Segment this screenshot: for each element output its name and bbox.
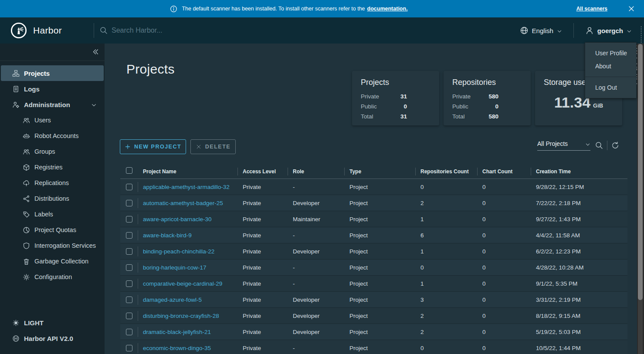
row-checkbox[interactable] bbox=[126, 297, 132, 303]
column-header[interactable]: Type bbox=[344, 167, 415, 176]
user-menu-trigger[interactable]: goergch bbox=[585, 26, 632, 35]
new-project-button[interactable]: NEW PROJECT bbox=[120, 139, 186, 154]
toolbar-divider bbox=[607, 141, 607, 150]
table-search-icon[interactable] bbox=[595, 141, 603, 150]
column-header[interactable]: Access Level bbox=[237, 167, 288, 176]
language-label: English bbox=[532, 27, 553, 34]
row-checkbox[interactable] bbox=[126, 329, 132, 335]
row-checkbox[interactable] bbox=[126, 232, 132, 239]
search-input[interactable] bbox=[112, 27, 338, 34]
sidebar-item-garbage-collection[interactable]: Garbage Collection bbox=[1, 253, 104, 269]
table-row: economic-brown-dingo-35 Private - Projec… bbox=[120, 340, 627, 354]
sidebar-collapse-icon[interactable] bbox=[92, 48, 99, 56]
project-name-link[interactable]: aware-apricot-barnacle-30 bbox=[143, 216, 212, 223]
sidebar-item-users[interactable]: Users bbox=[1, 112, 104, 128]
repositories-count-cell: 6 bbox=[415, 232, 477, 239]
scrollbar-thumb[interactable] bbox=[638, 44, 643, 300]
sidebar-item-light[interactable]: LIGHT bbox=[1, 315, 104, 330]
all-scanners-link[interactable]: All scanners bbox=[576, 6, 607, 12]
access-level-cell: Private bbox=[237, 280, 288, 287]
sidebar-item-replications[interactable]: Replications bbox=[1, 175, 104, 191]
sidebar-item-project-quotas[interactable]: Project Quotas bbox=[1, 222, 104, 238]
chevron-down-icon bbox=[557, 28, 562, 33]
row-checkbox[interactable] bbox=[126, 345, 132, 351]
scrollbar-track[interactable] bbox=[638, 44, 643, 354]
select-all-checkbox[interactable] bbox=[126, 167, 132, 174]
project-name-link[interactable]: damaged-azure-fowl-5 bbox=[143, 297, 202, 303]
access-level-cell: Private bbox=[237, 200, 288, 206]
column-header[interactable]: Repositories Count bbox=[415, 167, 477, 176]
sidebar-item-label: Labels bbox=[34, 211, 53, 218]
language-selector[interactable]: English bbox=[520, 26, 562, 35]
row-checkbox[interactable] bbox=[126, 200, 132, 206]
row-checkbox[interactable] bbox=[126, 264, 132, 271]
projects-summary-card: Projects Private31 Public0 Total31 bbox=[352, 71, 439, 125]
card-title: Projects bbox=[361, 78, 430, 87]
column-header[interactable]: Creation Time bbox=[531, 167, 627, 176]
close-icon[interactable] bbox=[627, 5, 635, 13]
row-checkbox[interactable] bbox=[126, 184, 132, 190]
scrollbar bbox=[637, 44, 644, 354]
chart-count-cell: 0 bbox=[477, 329, 531, 335]
sidebar-item-distributions[interactable]: Distributions bbox=[1, 191, 104, 206]
sidebar-item-label: Users bbox=[34, 117, 51, 124]
chart-count-cell: 0 bbox=[477, 345, 531, 351]
users-icon bbox=[23, 117, 30, 124]
logs-icon bbox=[12, 85, 20, 93]
repositories-count-cell: 2 bbox=[415, 313, 477, 319]
delete-button[interactable]: DELETE bbox=[190, 139, 236, 154]
table-row: binding-peach-chinchilla-22 Private Deve… bbox=[120, 243, 627, 260]
column-header[interactable]: Project Name bbox=[138, 167, 237, 176]
sidebar-item-interrogation-services[interactable]: Interrogation Services bbox=[1, 238, 104, 253]
user-dropdown-menu: User Profile About Log Out bbox=[585, 42, 637, 98]
quota-icon bbox=[23, 226, 30, 234]
stat-value: 580 bbox=[488, 91, 498, 101]
sidebar-item-registries[interactable]: Registries bbox=[1, 159, 104, 175]
project-name-link[interactable]: binding-peach-chinchilla-22 bbox=[143, 248, 214, 255]
menu-item-user-profile[interactable]: User Profile bbox=[585, 47, 636, 60]
project-name-link[interactable]: dramatic-black-jellyfish-21 bbox=[143, 329, 211, 335]
refresh-icon[interactable] bbox=[611, 141, 620, 150]
sidebar-item-groups[interactable]: Groups bbox=[1, 144, 104, 159]
column-header[interactable]: Role bbox=[288, 167, 344, 176]
sidebar-item-projects[interactable]: Projects bbox=[1, 65, 104, 81]
row-checkbox[interactable] bbox=[126, 280, 132, 287]
sidebar-item-labels[interactable]: Labels bbox=[1, 206, 104, 222]
documentation-link[interactable]: documentation. bbox=[367, 6, 408, 12]
project-name-link[interactable]: disturbing-bronze-crayfish-28 bbox=[143, 313, 219, 319]
chart-count-cell: 0 bbox=[477, 248, 531, 255]
project-filter-select[interactable]: All Projects bbox=[537, 140, 590, 151]
search-icon bbox=[99, 26, 108, 35]
chevron-down-icon bbox=[627, 28, 632, 33]
project-name-link[interactable]: comparative-beige-cardinal-29 bbox=[143, 280, 222, 287]
table-header-row: Project Name Access Level Role Type Repo… bbox=[120, 164, 627, 179]
groups-icon bbox=[23, 148, 30, 155]
column-header[interactable]: Chart Count bbox=[477, 167, 531, 176]
sidebar-item-harbor-api-v2.0[interactable]: Harbor API V2.0 bbox=[1, 330, 104, 346]
sidebar-item-configuration[interactable]: Configuration bbox=[1, 269, 104, 285]
harbor-logo bbox=[10, 22, 27, 39]
row-checkbox[interactable] bbox=[126, 313, 132, 319]
project-name-link[interactable]: aware-black-bird-9 bbox=[143, 232, 192, 239]
menu-item-about[interactable]: About bbox=[585, 60, 636, 73]
project-name-link[interactable]: boring-harlequin-cow-17 bbox=[143, 264, 207, 271]
sidebar-item-robot-accounts[interactable]: Robot Accounts bbox=[1, 128, 104, 144]
sidebar-item-logs[interactable]: Logs bbox=[1, 81, 104, 97]
project-name-link[interactable]: economic-brown-dingo-35 bbox=[143, 345, 211, 351]
repositories-count-cell: 0 bbox=[415, 264, 477, 271]
type-cell: Project bbox=[344, 264, 415, 271]
project-name-link[interactable]: applicable-amethyst-armadillo-32 bbox=[143, 184, 230, 190]
creation-time-cell: 5/19/22, 5:03 PM bbox=[531, 329, 627, 335]
sidebar-item-administration[interactable]: Administration bbox=[1, 97, 104, 112]
access-level-cell: Private bbox=[237, 297, 288, 303]
menu-item-log-out[interactable]: Log Out bbox=[585, 81, 636, 94]
table-row: aware-apricot-barnacle-30 Private Mainta… bbox=[120, 211, 627, 227]
stat-label: Public bbox=[452, 101, 468, 111]
chart-count-cell: 0 bbox=[477, 297, 531, 303]
row-checkbox[interactable] bbox=[126, 248, 132, 255]
row-checkbox[interactable] bbox=[126, 216, 132, 223]
type-cell: Project bbox=[344, 200, 415, 206]
project-name-link[interactable]: automatic-amethyst-badger-25 bbox=[143, 200, 223, 206]
table-row: dramatic-black-jellyfish-21 Private Deve… bbox=[120, 324, 627, 340]
chevron-down-icon bbox=[585, 141, 590, 146]
